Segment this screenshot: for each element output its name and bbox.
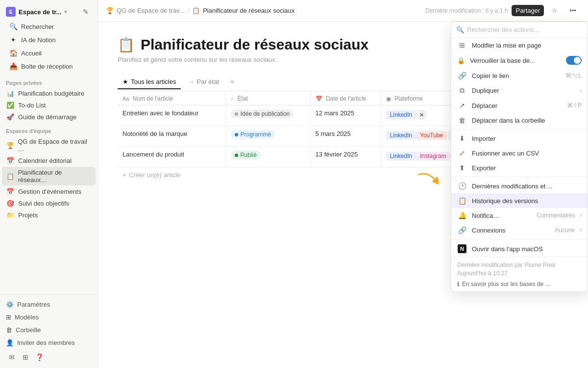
- col-name-icon: Aa: [122, 96, 129, 102]
- menu-item-icon: 🕐: [457, 182, 467, 190]
- menu-item-label: Fusionner avec un CSV: [472, 150, 582, 157]
- menu-item[interactable]: 🗑 Déplacer dans la corbeille: [451, 113, 588, 128]
- menu-item-label: Déplacer dans la corbeille: [472, 117, 582, 124]
- sidebar-team-page-item[interactable]: 📋Planificateur de réseaux…: [2, 167, 96, 185]
- topbar: 🏆 QG de Espace de trav... / 📋 Planificat…: [98, 0, 588, 22]
- platform-tag: YouTube: [416, 131, 447, 140]
- sidebar-page-item[interactable]: ✅To-do List: [2, 100, 96, 111]
- menu-item[interactable]: N Ouvrir dans l'app macOS: [451, 241, 588, 257]
- cell-status[interactable]: Publié: [225, 147, 310, 167]
- new-page-button[interactable]: ✎: [80, 6, 92, 18]
- tab-tous-articles[interactable]: ★ Tous les articles: [118, 75, 181, 89]
- sidebar-team-page-item[interactable]: 📁Projets: [2, 210, 96, 221]
- section-team-label: Espaces d'équipe: [0, 123, 98, 135]
- cell-name[interactable]: Entretien avec le fondateur: [118, 105, 225, 126]
- menu-item-icon: ⧉: [457, 86, 467, 95]
- sidebar-team-page-item[interactable]: 📅Calendrier éditorial: [2, 155, 96, 166]
- sidebar-bottom: ⚙️ Paramètres ⊞ Modèles 🗑 Corbeille 👤 In…: [0, 294, 98, 368]
- page-icon: 🏆: [6, 142, 14, 149]
- menu-item[interactable]: 🔗 Copier le lien ⌘⌥L: [451, 68, 588, 83]
- menu-item[interactable]: ⊞ Modifier la mise en page: [451, 38, 588, 53]
- sidebar-item-ia[interactable]: ✦ IA de Notion: [5, 33, 93, 46]
- inbox-icon: 📥: [9, 62, 18, 70]
- main-content: 🏆 QG de Espace de trav... / 📋 Planificat…: [98, 0, 588, 368]
- menu-badge: Aucune: [555, 227, 575, 234]
- menu-item[interactable]: 🔗 Connexions Aucune›: [451, 223, 588, 237]
- sidebar-item-invite[interactable]: 👤 Inviter des membres: [2, 337, 96, 349]
- col-name[interactable]: Aa Nom de l'article: [118, 92, 225, 105]
- cell-status[interactable]: Programmé: [225, 126, 310, 147]
- cell-status[interactable]: Idée de publication: [225, 105, 310, 126]
- sidebar-team-page-item[interactable]: 🏆QG de Espace de travail …: [2, 136, 96, 155]
- star-button[interactable]: ☆: [548, 5, 562, 16]
- menu-item[interactable]: 🔔 Notifica… Commentaires›: [451, 208, 588, 223]
- breadcrumb-page-icon: 📋: [192, 7, 200, 14]
- star-icon: ☆: [552, 7, 558, 14]
- sidebar-item-trash[interactable]: 🗑 Corbeille: [2, 324, 96, 336]
- sidebar-item-accueil[interactable]: 🏠 Accueil: [5, 47, 93, 59]
- team-pages-list: 🏆QG de Espace de travail …📅Calendrier éd…: [0, 135, 98, 221]
- sidebar-settings-button[interactable]: ⊞: [20, 351, 31, 363]
- sidebar: E Espace de tr... ▾ ✎ 🔍 Rechercher ✦ IA …: [0, 0, 98, 368]
- page-label: Planificateur de réseaux…: [18, 169, 92, 184]
- sidebar-page-item[interactable]: 🚀Guide de démarrage: [2, 111, 96, 123]
- sidebar-page-item[interactable]: 📊Planification budgétaire: [2, 88, 96, 99]
- page-header-icon: 📋: [118, 37, 135, 53]
- page-icon: 🚀: [6, 113, 15, 121]
- menu-item[interactable]: ⬆ Exporter: [451, 160, 588, 175]
- menu-item[interactable]: ⤢ Fusionner avec un CSV: [451, 146, 588, 160]
- cell-name[interactable]: Lancement du produit: [118, 147, 225, 167]
- status-dot: [235, 133, 238, 136]
- menu-item-icon: 🗑: [457, 116, 467, 124]
- tab-par-etat[interactable]: → Par état: [183, 75, 224, 89]
- cell-name[interactable]: Notoriété de la marque: [118, 126, 225, 147]
- sidebar-item-templates[interactable]: ⊞ Modèles: [2, 311, 96, 323]
- menu-divider: [451, 129, 588, 130]
- inbox-label: Boîte de réception: [21, 63, 73, 70]
- platform-tag: LinkedIn: [386, 110, 416, 119]
- col-status[interactable]: ○ État: [225, 92, 310, 105]
- sidebar-team-page-item[interactable]: 🎯Suivi des objectifs: [2, 198, 96, 209]
- cell-date[interactable]: 13 février 2025: [310, 147, 381, 167]
- breadcrumb-workspace-link[interactable]: QG de Espace de trav...: [117, 7, 185, 14]
- menu-item-icon: 🔗: [457, 72, 467, 79]
- workspace-name: Espace de tr...: [19, 8, 61, 16]
- more-icon: •••: [569, 7, 576, 14]
- menu-chevron: ›: [580, 87, 582, 94]
- status-badge: Idée de publication: [231, 109, 294, 118]
- breadcrumb: 🏆 QG de Espace de trav... / 📋 Planificat…: [106, 7, 294, 14]
- status-badge: Publié: [231, 151, 261, 159]
- workspace-selector[interactable]: E Espace de tr... ▾ ✎: [3, 4, 95, 20]
- menu-item-label: Notifica…: [472, 212, 532, 219]
- cell-date[interactable]: 12 mars 2025: [310, 105, 381, 126]
- ia-label: IA de Notion: [21, 36, 56, 44]
- topbar-right: Dernière modification : Il y a 1 h Parta…: [425, 5, 580, 16]
- breadcrumb-workspace-icon: 🏆: [106, 7, 114, 14]
- tab-star-icon: ★: [122, 78, 128, 85]
- sidebar-team-page-item[interactable]: 📅Gestion d'événements: [2, 186, 96, 197]
- status-dot: [235, 112, 238, 116]
- sidebar-item-search[interactable]: 🔍 Rechercher: [5, 20, 93, 33]
- menu-item[interactable]: 📋 Historique des versions: [451, 193, 588, 208]
- share-button[interactable]: Partager: [512, 5, 544, 16]
- learn-more-link[interactable]: ℹ En savoir plus sur les bases de ...: [457, 281, 582, 288]
- toggle-switch[interactable]: [566, 56, 582, 65]
- sidebar-item-inbox[interactable]: 📥 Boîte de réception: [5, 60, 93, 73]
- menu-search-input[interactable]: [467, 26, 583, 33]
- add-view-button[interactable]: +: [226, 75, 238, 89]
- more-button[interactable]: •••: [565, 5, 580, 16]
- cell-date[interactable]: 5 mars 2025: [310, 126, 381, 147]
- sidebar-item-settings[interactable]: ⚙️ Paramètres: [2, 298, 96, 311]
- menu-item[interactable]: ⧉ Dupliquer ›: [451, 83, 588, 98]
- menu-item[interactable]: ⬇ Importer: [451, 131, 588, 146]
- sidebar-message-button[interactable]: ✉: [6, 351, 18, 363]
- menu-item[interactable]: 🕐 Dernières modifications et ...: [451, 179, 588, 193]
- sidebar-help-button[interactable]: ❓: [33, 351, 45, 363]
- col-date[interactable]: 📅 Date de l'article: [310, 92, 381, 105]
- menu-toggle-item[interactable]: 🔒 Verrouiller la base de...: [451, 53, 588, 68]
- col-status-icon: ○: [231, 96, 234, 102]
- page-label: Guide de démarrage: [18, 113, 76, 121]
- page-icon: 🎯: [6, 200, 15, 207]
- platform-tag: Instagram: [416, 152, 450, 160]
- menu-item[interactable]: ↗ Déplacer ⌘⇧P: [451, 98, 588, 113]
